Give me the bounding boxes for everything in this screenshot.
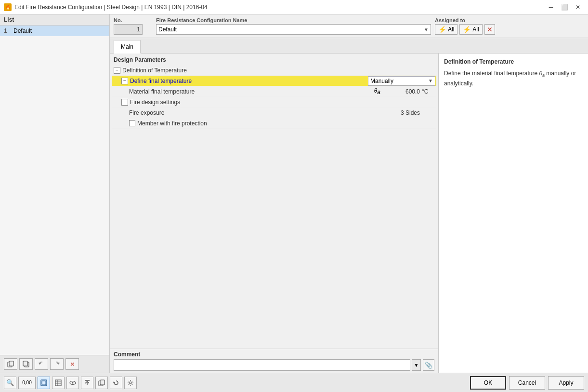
svg-rect-6 bbox=[55, 380, 61, 386]
tree-toggle-define-final-temp[interactable]: − bbox=[121, 78, 128, 84]
export-tool-button[interactable] bbox=[81, 377, 93, 389]
assigned-all2-button[interactable]: ⚡ All bbox=[459, 24, 482, 35]
no-value: 1 bbox=[114, 24, 143, 35]
params-panel: Design Parameters − Definition of Temper… bbox=[110, 54, 439, 373]
list-item-number: 1 bbox=[4, 27, 11, 34]
main-content: Design Parameters − Definition of Temper… bbox=[110, 54, 588, 373]
title-bar-left: 🔥 Edit Fire Resistance Configuration | S… bbox=[4, 3, 208, 11]
assigned-icon1: ⚡ bbox=[438, 26, 446, 33]
tree-label-fire-exposure: Fire exposure bbox=[129, 109, 383, 116]
tree-row-fire-exposure: Fire exposure 3 Sides bbox=[112, 108, 436, 118]
tree-row-fire-protection: Member with fire protection bbox=[112, 118, 436, 129]
define-final-temp-dropdown-text: Manually bbox=[370, 78, 428, 84]
content-area: List 1 Default ✕ bbox=[0, 14, 588, 373]
no-label: No. bbox=[114, 17, 152, 23]
info-panel: Definition of Temperature Define the mat… bbox=[439, 54, 588, 373]
cancel-button[interactable]: Cancel bbox=[509, 376, 545, 390]
theta-symbol: θa bbox=[374, 87, 380, 95]
history-tool-button[interactable] bbox=[110, 377, 122, 389]
assigned-label: Assigned to bbox=[435, 17, 584, 23]
tree-row-define-final-temp[interactable]: − Define final temperature Manually ▼ bbox=[112, 76, 436, 86]
copy-tool-button[interactable] bbox=[95, 377, 108, 389]
view-tool-button[interactable] bbox=[66, 377, 79, 389]
delete-button[interactable]: ✕ bbox=[65, 358, 79, 370]
list-container: 1 Default bbox=[0, 26, 109, 355]
svg-rect-3 bbox=[23, 361, 27, 366]
bottom-toolbar: 🔍 0,00 OK bbox=[0, 373, 588, 392]
tree-label-define-final-temp: Define final temperature bbox=[130, 78, 368, 84]
select-tool-button[interactable] bbox=[38, 377, 50, 389]
minimize-button[interactable]: ─ bbox=[545, 2, 557, 12]
close-button[interactable]: ✕ bbox=[572, 2, 584, 12]
restore-button[interactable]: ⬜ bbox=[558, 2, 571, 12]
assigned-all1-button[interactable]: ⚡ All bbox=[435, 24, 457, 35]
settings-tool-button[interactable] bbox=[124, 377, 137, 389]
tree-row-definition-temp: − Definition of Temperature bbox=[112, 65, 436, 76]
params-content: − Definition of Temperature − Define fin… bbox=[110, 65, 438, 349]
value-tool-button[interactable]: 0,00 bbox=[18, 377, 36, 389]
name-dropdown-button[interactable]: ▼ bbox=[424, 27, 429, 32]
list-item[interactable]: 1 Default bbox=[0, 26, 109, 36]
redo-button[interactable] bbox=[50, 358, 64, 370]
comment-input-row: ▼ 📎 bbox=[114, 359, 434, 371]
tree-label-material-temp: Material final temperature bbox=[129, 88, 374, 95]
dropdown-arrow-icon: ▼ bbox=[428, 78, 433, 83]
theta-text: θa bbox=[539, 70, 545, 77]
material-temp-unit: °C bbox=[422, 88, 436, 95]
name-group: Fire Resistance Configuration Name Defau… bbox=[156, 17, 431, 35]
title-bar: 🔥 Edit Fire Resistance Configuration | S… bbox=[0, 0, 588, 14]
window-title: Edit Fire Resistance Configuration | Ste… bbox=[14, 4, 208, 11]
assigned-group: Assigned to ⚡ All ⚡ All ✕ bbox=[435, 17, 584, 35]
material-temp-value: 600.0 bbox=[383, 88, 422, 95]
top-section: No. 1 Fire Resistance Configuration Name… bbox=[110, 14, 588, 38]
svg-rect-1 bbox=[9, 361, 13, 366]
tree-toggle-definition-temp[interactable]: − bbox=[114, 67, 120, 74]
name-label: Fire Resistance Configuration Name bbox=[156, 17, 431, 23]
name-input[interactable]: Default ▼ bbox=[156, 24, 431, 35]
assigned-all1-label: All bbox=[448, 26, 454, 33]
list-header: List bbox=[0, 14, 109, 26]
tree-label-definition-temp: Definition of Temperature bbox=[122, 67, 436, 74]
bottom-right-buttons: OK Cancel Apply bbox=[470, 376, 584, 390]
tree-label-fire-design: Fire design settings bbox=[130, 99, 436, 106]
tree-label-fire-protection: Member with fire protection bbox=[137, 120, 436, 127]
fire-exposure-value: 3 Sides bbox=[383, 109, 422, 116]
right-panel: No. 1 Fire Resistance Configuration Name… bbox=[110, 14, 588, 373]
undo-button[interactable] bbox=[35, 358, 48, 370]
ok-button[interactable]: OK bbox=[470, 376, 506, 390]
tab-bar: Main bbox=[110, 38, 588, 54]
search-tool-button[interactable]: 🔍 bbox=[4, 377, 16, 389]
title-bar-controls: ─ ⬜ ✕ bbox=[545, 2, 584, 12]
info-title: Definition of Temperature bbox=[444, 58, 583, 65]
left-panel: List 1 Default ✕ bbox=[0, 14, 110, 373]
svg-point-11 bbox=[72, 382, 74, 383]
tree-toggle-fire-design[interactable]: − bbox=[121, 99, 128, 106]
comment-label: Comment bbox=[114, 351, 434, 358]
comment-input[interactable] bbox=[114, 359, 410, 371]
define-final-temp-dropdown[interactable]: Manually ▼ bbox=[368, 76, 435, 86]
comment-area: Comment ▼ 📎 bbox=[110, 349, 438, 373]
apply-button[interactable]: Apply bbox=[548, 376, 584, 390]
app-icon: 🔥 bbox=[4, 3, 12, 11]
svg-rect-5 bbox=[42, 381, 46, 385]
assigned-controls: ⚡ All ⚡ All ✕ bbox=[435, 24, 584, 35]
design-params-header: Design Parameters bbox=[110, 54, 438, 65]
svg-point-16 bbox=[130, 382, 131, 384]
assigned-all2-label: All bbox=[472, 26, 479, 33]
copy-to-button[interactable] bbox=[19, 358, 33, 370]
assigned-icon2: ⚡ bbox=[463, 26, 471, 33]
svg-rect-15 bbox=[100, 380, 105, 385]
table-tool-button[interactable] bbox=[52, 377, 65, 389]
tree-row-fire-design-settings: − Fire design settings bbox=[112, 97, 436, 108]
comment-attach-button[interactable]: 📎 bbox=[423, 359, 434, 371]
no-group: No. 1 bbox=[114, 17, 152, 35]
assigned-clear-button[interactable]: ✕ bbox=[484, 24, 495, 35]
bottom-left-tools: 🔍 0,00 bbox=[4, 377, 137, 389]
fire-protection-checkbox[interactable] bbox=[129, 120, 135, 126]
comment-dropdown-button[interactable]: ▼ bbox=[412, 359, 421, 371]
list-item-name: Default bbox=[13, 27, 32, 34]
tab-main[interactable]: Main bbox=[114, 40, 141, 54]
copy-from-button[interactable] bbox=[4, 358, 17, 370]
main-layout: List 1 Default ✕ bbox=[0, 14, 588, 392]
info-text: Define the material final temperature θa… bbox=[444, 69, 583, 88]
